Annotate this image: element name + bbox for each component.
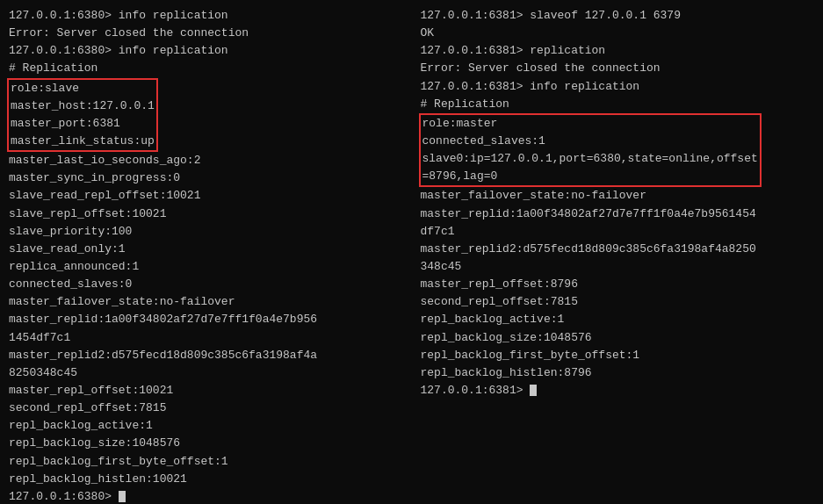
- terminal-line: master_sync_in_progress:0: [9, 169, 403, 187]
- terminal-line: connected_slaves:0: [9, 276, 403, 293]
- right-pane: 127.0.0.1:6381> slaveof 127.0.0.1 6379OK…: [412, 0, 824, 504]
- terminal-line: slave_read_only:1: [9, 241, 403, 258]
- terminal-line: master_replid:1a00f34802af27d7e7ff1f0a4e…: [9, 311, 403, 328]
- terminal-line: 127.0.0.1:6380> info replication: [9, 7, 403, 25]
- terminal-line: slave_read_repl_offset:10021: [9, 187, 403, 205]
- terminal-line: 127.0.0.1:6381> info replication: [421, 78, 815, 96]
- terminal-line: OK: [421, 25, 815, 42]
- terminal-line: 348c45: [421, 258, 815, 276]
- terminal-line: master_repl_offset:8796: [421, 276, 815, 293]
- terminal-line: second_repl_offset:7815: [421, 293, 815, 311]
- terminal-line: master_replid:1a00f34802af27d7e7ff1f0a4e…: [421, 205, 815, 223]
- terminal-line: connected_slaves:1: [422, 133, 758, 150]
- terminal-line: 127.0.0.1:6381> replication: [421, 42, 815, 60]
- terminal-line: master_last_io_seconds_ago:2: [9, 152, 403, 169]
- terminal-line: repl_backlog_histlen:10021: [9, 471, 403, 488]
- terminal-line: repl_backlog_active:1: [9, 417, 403, 435]
- terminal-line: slave0:ip=127.0.0.1,port=6380,state=onli…: [422, 150, 758, 168]
- terminal-line: master_failover_state:no-failover: [421, 187, 815, 205]
- terminal-line: =8796,lag=0: [422, 168, 758, 185]
- highlighted-block: role:masterconnected_slaves:1slave0:ip=1…: [419, 113, 762, 188]
- terminal-line: repl_backlog_size:1048576: [421, 329, 815, 347]
- terminal-cursor: [119, 491, 126, 502]
- terminal-line: repl_backlog_first_byte_offset:1: [9, 453, 403, 471]
- terminal-line: master_host:127.0.0.1: [11, 97, 155, 115]
- terminal-line: df7c1: [421, 223, 815, 241]
- highlighted-block: role:slavemaster_host:127.0.0.1master_po…: [7, 78, 158, 153]
- terminal-line: Error: Server closed the connection: [9, 25, 403, 42]
- terminal-line: 127.0.0.1:6381>: [421, 382, 815, 400]
- terminal-line: # Replication: [9, 60, 403, 77]
- terminal-line: role:slave: [11, 80, 155, 97]
- terminal-line: 8250348c45: [9, 364, 403, 382]
- terminal-line: master_failover_state:no-failover: [9, 293, 403, 311]
- terminal-line: repl_backlog_size:1048576: [9, 435, 403, 452]
- terminal-line: # Replication: [421, 96, 815, 113]
- terminal-line: master_port:6381: [11, 115, 155, 133]
- terminal-line: 127.0.0.1:6380>: [9, 488, 403, 504]
- terminal-line: slave_repl_offset:10021: [9, 205, 403, 223]
- terminal-line: master_replid2:d575fecd18d809c385c6fa319…: [421, 241, 815, 258]
- terminal-line: slave_priority:100: [9, 223, 403, 241]
- terminal-line: second_repl_offset:7815: [9, 400, 403, 417]
- terminal-line: repl_backlog_first_byte_offset:1: [421, 347, 815, 364]
- terminal-cursor: [530, 385, 537, 396]
- left-pane: 127.0.0.1:6380> info replicationError: S…: [0, 0, 412, 504]
- terminal-line: repl_backlog_histlen:8796: [421, 364, 815, 382]
- terminal-line: 127.0.0.1:6381> slaveof 127.0.0.1 6379: [421, 7, 815, 25]
- terminal-line: Error: Server closed the connection: [421, 60, 815, 77]
- terminal-line: role:master: [422, 115, 758, 133]
- terminal-line: master_repl_offset:10021: [9, 382, 403, 400]
- terminal-line: replica_announced:1: [9, 258, 403, 276]
- terminal-line: repl_backlog_active:1: [421, 311, 815, 328]
- terminal-line: master_link_status:up: [11, 133, 155, 150]
- terminal-line: 127.0.0.1:6380> info replication: [9, 42, 403, 60]
- terminal-line: 1454df7c1: [9, 329, 403, 347]
- terminal-line: master_replid2:d575fecd18d809c385c6fa319…: [9, 347, 403, 364]
